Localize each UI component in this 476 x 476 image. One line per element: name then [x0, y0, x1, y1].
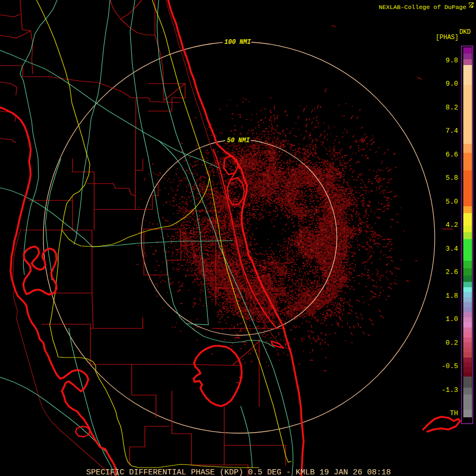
svg-text:9.8: 9.8	[446, 57, 458, 65]
svg-text:6.6: 6.6	[446, 151, 458, 159]
svg-text:[PHAS]: [PHAS]	[436, 34, 459, 41]
svg-text:1.0: 1.0	[446, 315, 458, 323]
svg-text:8.2: 8.2	[446, 104, 458, 112]
svg-text:2.6: 2.6	[446, 268, 458, 276]
svg-text:1.8: 1.8	[446, 292, 458, 300]
svg-text:4.2: 4.2	[446, 221, 458, 229]
svg-text:100 NMI: 100 NMI	[224, 39, 251, 46]
svg-text:9.0: 9.0	[446, 80, 458, 88]
svg-text:5.8: 5.8	[446, 174, 458, 182]
svg-text:DKD: DKD	[459, 29, 471, 36]
svg-text:7.4: 7.4	[446, 127, 459, 135]
svg-text:SPECIFIC DIFFERENTIAL PHASE (K: SPECIFIC DIFFERENTIAL PHASE (KDP) 0.5 DE…	[86, 468, 391, 476]
svg-text:5.0: 5.0	[446, 198, 458, 206]
svg-text:0.2: 0.2	[446, 339, 458, 347]
svg-text:NEXLAB-College of DuPage: NEXLAB-College of DuPage	[379, 4, 466, 11]
svg-text:TH: TH	[450, 409, 458, 417]
svg-text:-0.5: -0.5	[442, 362, 458, 370]
svg-text:-1.3: -1.3	[442, 386, 458, 394]
svg-text:50 NMI: 50 NMI	[227, 137, 250, 144]
svg-text:3.4: 3.4	[446, 245, 459, 253]
